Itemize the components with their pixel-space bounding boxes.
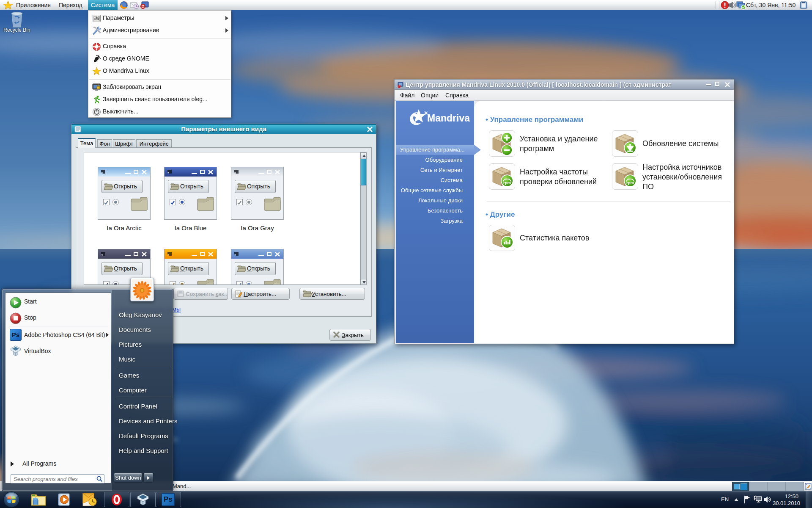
svg-text:Mandriva: Mandriva: [427, 115, 469, 123]
svg-text:rpm: rpm: [626, 180, 634, 185]
svg-text:rpm: rpm: [503, 180, 511, 185]
